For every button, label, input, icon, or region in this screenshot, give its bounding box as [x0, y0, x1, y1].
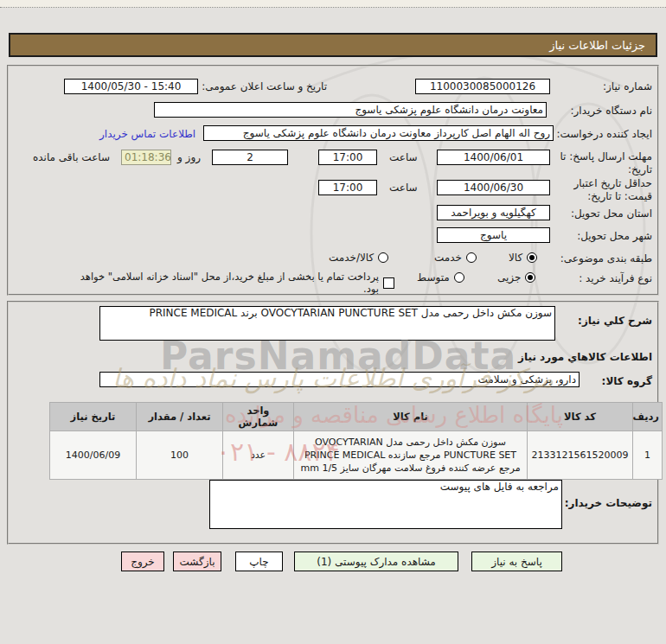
process-type-option-minor[interactable]: جزیی — [497, 271, 535, 284]
col-unit: واحد شمارش — [223, 403, 294, 431]
need-number-label: شماره نیاز: — [603, 80, 652, 92]
cell-unit: عدد — [223, 431, 294, 480]
buyer-notes-field[interactable]: مراجعه به فایل های پیوست — [209, 480, 562, 529]
page-title: جزئیات اطلاعات نیاز — [9, 33, 657, 57]
radio-icon[interactable] — [454, 272, 464, 283]
back-button[interactable]: بازگشت — [173, 552, 221, 571]
col-quantity: تعداد / مقدار — [137, 403, 223, 431]
classification-option-goods[interactable]: کالا — [509, 252, 537, 264]
treasury-checkbox-group[interactable]: پرداخت تمام یا بخشی از مبلغ خرید،از محل … — [76, 271, 394, 295]
goods-info-panel: شرح کلي نیاز: سوزن مکش داخل رحمی مدل OVO… — [7, 301, 659, 545]
classification-option-goods-service[interactable]: کالا/خدمت — [329, 252, 388, 264]
radio-label: جزیی — [497, 271, 521, 284]
validity-date-field[interactable]: 1400/06/30 — [437, 180, 550, 195]
deadline-days-field[interactable]: 2 — [212, 150, 288, 165]
need-details-panel: شماره نیاز: 1100030085000126 تاریخ و ساع… — [7, 65, 659, 296]
top-dotted-strip — [0, 0, 666, 8]
page: { "title_bar": { "text": "جزئیات اطلاعات… — [0, 0, 666, 644]
classification-option-service[interactable]: خدمت — [434, 252, 477, 264]
announce-datetime-field[interactable]: 1400/05/30 - 15:40 — [64, 79, 198, 94]
deadline-label: مهلت ارسال پاسخ: تا تاریخ: — [555, 150, 652, 176]
page-title-text: جزئیات اطلاعات نیاز — [549, 39, 645, 52]
validity-hour-label: ساعت — [389, 182, 418, 194]
cell-item-name: سوزن مکش داخل رحمی مدل OVOCYTARIAN PUNCT… — [294, 431, 528, 480]
exit-button[interactable]: خروج — [121, 552, 164, 571]
buyer-org-field[interactable]: معاونت درمان دانشگاه علوم پزشکی یاسوج — [154, 102, 547, 118]
goods-table-row: 1 2133121561520009 سوزن مکش داخل رحمی مد… — [50, 431, 663, 480]
province-label: استان محل تحویل: — [571, 207, 652, 220]
buyer-contact-link[interactable]: اطلاعات تماس خریدار — [99, 128, 195, 140]
radio-selected-icon[interactable] — [525, 272, 535, 283]
announce-datetime-label: تاریخ و ساعت اعلان عمومی: — [202, 80, 327, 92]
goods-section-header: اطلاعات کالاهاي مورد نیاز — [518, 351, 652, 363]
col-item-code: کد کالا — [528, 403, 633, 431]
creator-field[interactable]: روح اله الهام اصل کارپرداز معاونت درمان … — [203, 125, 554, 141]
province-field[interactable]: کهگیلویه و بویراحمد — [437, 205, 550, 220]
validity-label: حداقل تاریخ اعتبار قیمت: تا تاریخ: — [555, 177, 652, 203]
cell-quantity: 100 — [137, 431, 223, 480]
classification-label: طبقه بندی موضوعی: — [560, 252, 652, 265]
treasury-checkbox-label: پرداخت تمام یا بخشی از مبلغ خرید،از محل … — [76, 271, 379, 295]
deadline-hour-label: ساعت — [389, 151, 418, 163]
goods-table: ردیف کد کالا نام کالا واحد شمارش تعداد /… — [49, 402, 663, 480]
radio-label: کالا — [509, 252, 522, 264]
deadline-remaining-label: ساعت باقی مانده — [33, 151, 119, 163]
process-type-option-medium[interactable]: متوسط — [417, 271, 464, 284]
deadline-days-label: روز و — [177, 151, 201, 163]
process-type-label: نوع فرآیند خرید : — [579, 272, 652, 284]
goods-group-field[interactable]: دارو، پزشکی و سلامت — [99, 372, 580, 387]
cell-row-number: 1 — [633, 431, 663, 480]
cell-item-code: 2133121561520009 — [528, 431, 633, 480]
radio-selected-icon[interactable] — [527, 252, 537, 263]
respond-to-need-button[interactable]: پاسخ به نیاز — [471, 552, 562, 571]
col-need-date: تاریخ نیاز — [50, 403, 137, 431]
deadline-hour-field[interactable]: 17:00 — [318, 150, 377, 165]
buyer-org-label: نام دستگاه خریدار: — [571, 105, 653, 117]
city-field[interactable]: یاسوج — [437, 227, 550, 243]
treasury-checkbox-icon[interactable] — [383, 277, 394, 289]
radio-label: کالا/خدمت — [329, 252, 374, 264]
need-desc-field[interactable]: سوزن مکش داخل رحمی مدل OVOCYTARIAN PUNCT… — [99, 306, 555, 341]
radio-label: خدمت — [434, 252, 462, 264]
buyer-notes-label: توضیحات خریدار: — [565, 497, 652, 509]
radio-label: متوسط — [417, 271, 450, 284]
radio-icon[interactable] — [466, 252, 477, 263]
validity-hour-field[interactable]: 17:00 — [318, 180, 377, 195]
cell-need-date: 1400/06/09 — [50, 431, 137, 480]
goods-table-header-row: ردیف کد کالا نام کالا واحد شمارش تعداد /… — [50, 403, 663, 431]
view-attached-docs-button[interactable]: مشاهده مدارک پیوستی (1) — [294, 552, 458, 571]
goods-group-label: گروه کالا: — [602, 375, 652, 387]
col-item-name: نام کالا — [294, 403, 528, 431]
city-label: شهر محل تحویل: — [577, 230, 652, 242]
need-desc-label: شرح کلي نیاز: — [578, 315, 652, 327]
deadline-countdown-timer: 01:18:36 — [121, 150, 171, 165]
need-number-field[interactable]: 1100030085000126 — [415, 79, 550, 94]
col-row-number: ردیف — [633, 403, 663, 431]
creator-label: ایجاد کننده درخواست: — [556, 128, 652, 140]
deadline-date-field[interactable]: 1400/06/01 — [437, 150, 550, 165]
radio-icon[interactable] — [378, 252, 388, 263]
print-button[interactable]: چاپ — [235, 552, 283, 571]
